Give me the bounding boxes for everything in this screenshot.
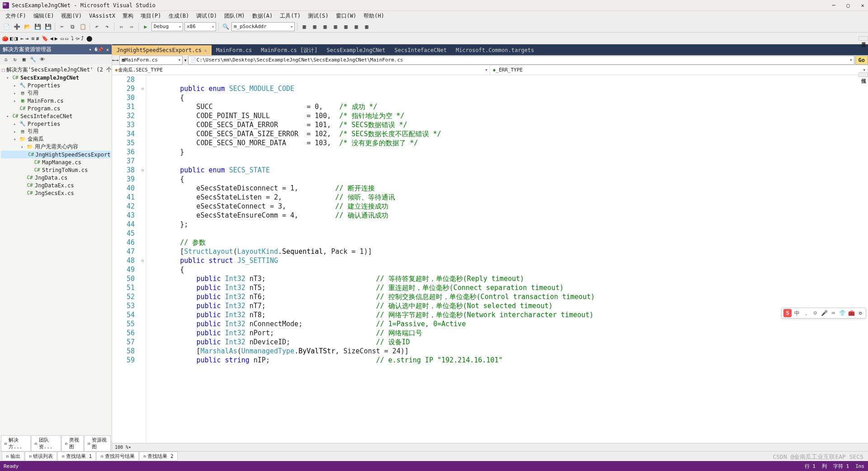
breakpoint-icon[interactable]: ⬤	[86, 35, 92, 42]
menu-团队(M)[interactable]: 团队(M)	[221, 11, 249, 21]
find-icon[interactable]: 🔍	[221, 22, 230, 31]
doc-tab[interactable]: JngHightSpeedSecsExport.cs ✕	[112, 45, 212, 55]
uncomment-icon[interactable]: ≢	[36, 35, 39, 42]
paste-icon[interactable]: 📋	[78, 22, 87, 31]
menu-工具(T)[interactable]: 工具(T)	[276, 11, 304, 21]
dropdown-icon[interactable]: ▾	[89, 47, 91, 52]
window-split-icon[interactable]: ▭	[61, 35, 64, 42]
code-source[interactable]: public enum SECS_MODULE_CODE { SUCC = 0,…	[146, 75, 868, 443]
menu-测试(S)[interactable]: 测试(S)	[304, 11, 332, 21]
tree-file-stringtonum[interactable]: C#StringToNum.cs	[1, 166, 111, 174]
config-combo[interactable]: Debug	[151, 22, 183, 31]
save-icon[interactable]: 💾	[33, 22, 42, 31]
toolbox-vert-tab[interactable]: 工具箱	[859, 36, 868, 41]
ime-lang-button[interactable]: 中	[793, 309, 801, 317]
cut-icon[interactable]: ✂	[57, 22, 66, 31]
properties-vert-tab[interactable]: 属性	[859, 72, 868, 77]
indent-less-icon[interactable]: ⇤	[20, 35, 24, 42]
nav-project-combo[interactable]: ▦ MainForm.cs	[119, 56, 183, 65]
undo-icon[interactable]: ↶	[92, 22, 101, 31]
close-button[interactable]: ✕	[860, 2, 865, 9]
tree-file-jngsecsex[interactable]: C#JngSecsEx.cs	[1, 189, 111, 197]
ime-voice-icon[interactable]: 🎤	[821, 309, 828, 317]
bookmark-next-icon[interactable]: ▶	[55, 35, 58, 42]
save-all-icon[interactable]: 💾	[43, 22, 52, 31]
tree-references-1[interactable]: ▸▤引用	[1, 89, 111, 97]
indent-more-icon[interactable]: ⇥	[25, 35, 28, 42]
go-button[interactable]: Go	[855, 56, 868, 65]
tree-properties-1[interactable]: ▸🔧Properties	[1, 81, 111, 89]
va-icon-1[interactable]: 🍅	[2, 35, 9, 42]
tb-misc-7-icon[interactable]: ▦	[362, 22, 371, 31]
tb-misc-1-icon[interactable]: ▦	[300, 22, 309, 31]
tree-project-2[interactable]: ▾C#SecsIntefaceCNet	[1, 112, 111, 120]
bookmark-prev-icon[interactable]: ◀	[50, 35, 53, 42]
menu-视图(V)[interactable]: 视图(V)	[57, 11, 85, 21]
panel-close-icon[interactable]: ✕	[106, 47, 109, 52]
se-view-icon[interactable]: 👁	[38, 55, 46, 63]
solution-tree[interactable]: ⬚解决方案'SecsExampleJngCNet' (2 个项目) ▾C#Sec…	[0, 64, 112, 441]
nav-back-icon[interactable]: ←	[112, 57, 115, 63]
code-editor[interactable]: 2829303132333435363738394041424344454647…	[112, 75, 868, 443]
ime-punct-icon[interactable]: ，	[802, 309, 810, 317]
doc-tab[interactable]: MainForm.cs [设计]	[256, 45, 322, 55]
tree-file-jngdata[interactable]: C#JngData.cs	[1, 174, 111, 181]
sidebar-tab[interactable]: ▫类视图	[61, 435, 84, 451]
step-out-icon[interactable]: ⤴	[81, 35, 84, 42]
sogou-logo-icon[interactable]: S	[783, 309, 792, 317]
output-tab[interactable]: ▫查找符号结果	[96, 452, 139, 461]
menu-VAssistX[interactable]: VAssistX	[85, 12, 119, 20]
step-into-icon[interactable]: ⤵	[71, 35, 74, 42]
zoom-bar[interactable]: 100 % ▾	[112, 443, 868, 451]
member-combo[interactable]: ◆ _ERR_TYPE	[490, 65, 868, 75]
nav-dropdown-icon[interactable]: ▾	[184, 57, 187, 63]
tb-misc-2-icon[interactable]: ▦	[310, 22, 319, 31]
output-tab[interactable]: ▫错误列表	[25, 452, 57, 461]
output-tab[interactable]: ▫查找结果 1	[57, 452, 96, 461]
minimize-button[interactable]: ─	[831, 2, 836, 9]
nav-fwd-icon[interactable]: →	[115, 57, 118, 63]
type-combo[interactable]: ◆ 金南瓜.SECS_TYPE	[112, 65, 490, 75]
ime-keyboard-icon[interactable]: ⌨	[830, 309, 837, 317]
fold-gutter[interactable]: ⊟⊟⊟	[139, 75, 146, 443]
menu-项目(P)[interactable]: 项目(P)	[137, 11, 165, 21]
open-icon[interactable]: 📂	[23, 22, 32, 31]
se-properties-icon[interactable]: 🔧	[29, 55, 37, 63]
tree-mainform[interactable]: ▸▦MainForm.cs	[1, 97, 111, 105]
menu-文件(F)[interactable]: 文件(F)	[2, 11, 30, 21]
doc-tab[interactable]: SecsIntefaceCNet	[390, 45, 452, 55]
ime-emoji-icon[interactable]: ☺	[811, 309, 819, 317]
step-over-icon[interactable]: ⤼	[75, 35, 80, 42]
tb-misc-5-icon[interactable]: ▦	[341, 22, 350, 31]
comment-icon[interactable]: ≡	[31, 35, 34, 42]
se-refresh-icon[interactable]: ↻	[11, 55, 19, 63]
copy-icon[interactable]: ⧉	[68, 22, 77, 31]
tb-misc-4-icon[interactable]: ▦	[331, 22, 340, 31]
tree-program[interactable]: C#Program.cs	[1, 105, 111, 112]
tb-misc-3-icon[interactable]: ▦	[321, 22, 330, 31]
start-debug-icon[interactable]: ▶	[141, 22, 150, 31]
se-home-icon[interactable]: ⌂	[2, 55, 10, 63]
menu-窗口(W)[interactable]: 窗口(W)	[332, 11, 360, 21]
menu-调试(D)[interactable]: 调试(D)	[193, 11, 221, 21]
sidebar-tab[interactable]: ▫资源视图	[84, 435, 111, 451]
ime-skin-icon[interactable]: 👕	[839, 309, 846, 317]
platform-combo[interactable]: x86	[184, 22, 216, 31]
redo-icon[interactable]: ↷	[103, 22, 112, 31]
va-icon-2[interactable]: ◧	[10, 35, 13, 42]
nav-fwd-icon[interactable]: ⇨	[127, 22, 136, 31]
sidebar-tab[interactable]: ▫团队资...	[31, 435, 61, 451]
tree-folder-jng[interactable]: ▾📁金南瓜	[1, 135, 111, 143]
doc-tab[interactable]: SecsExampleJngCNet	[322, 45, 390, 55]
find-combo[interactable]: m_pSockAddr	[231, 22, 295, 31]
tree-references-2[interactable]: ▸▤引用	[1, 128, 111, 135]
ime-tools-icon[interactable]: 🧰	[848, 309, 855, 317]
ime-toolbar[interactable]: S 中 ， ☺ 🎤 ⌨ 👕 🧰 ⚙	[781, 308, 866, 319]
menu-重构[interactable]: 重构	[119, 11, 137, 21]
bookmark-icon[interactable]: 🔖	[42, 35, 48, 42]
maximize-button[interactable]: ▢	[845, 2, 851, 9]
solution-explorer-header[interactable]: 解决方案资源管理器 ▾ �📌 ✕	[0, 44, 112, 54]
doc-tab[interactable]: Microsoft.Common.targets	[451, 45, 538, 55]
new-project-icon[interactable]: 📄	[2, 22, 11, 31]
window-list-icon[interactable]: ▭	[65, 35, 68, 42]
